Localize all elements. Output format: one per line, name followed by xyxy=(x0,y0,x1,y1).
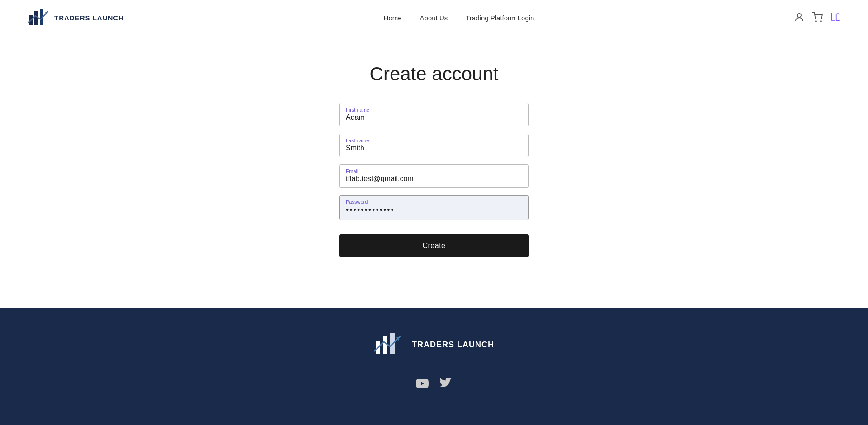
main-nav: Home About Us Trading Platform Login xyxy=(384,14,534,22)
svg-rect-8 xyxy=(383,336,387,354)
footer-logo: TRADERS LAUNCH xyxy=(374,330,494,359)
first-name-input[interactable] xyxy=(346,113,522,121)
email-input[interactable] xyxy=(346,175,522,183)
last-name-label: Last name xyxy=(346,138,522,143)
footer-logo-text: TRADERS LAUNCH xyxy=(412,340,494,350)
nav-about-us[interactable]: About Us xyxy=(420,14,448,22)
last-name-field-wrapper: Last name xyxy=(339,134,529,157)
logo-icon xyxy=(27,6,50,30)
first-name-field-wrapper: First name xyxy=(339,103,529,126)
cart-icon[interactable] xyxy=(812,12,823,24)
footer-logo-icon xyxy=(374,330,406,359)
header-logo-text: TRADERS LAUNCH xyxy=(54,14,124,22)
svg-point-4 xyxy=(797,14,801,17)
svg-rect-1 xyxy=(34,11,38,25)
page-title: Create account xyxy=(370,63,499,85)
twitter-icon xyxy=(439,382,452,392)
brand-lc-icon xyxy=(830,12,841,24)
main-content: Create account First name Last name Emai… xyxy=(0,36,868,308)
password-label: Password xyxy=(346,199,522,205)
header-logo[interactable]: TRADERS LAUNCH xyxy=(27,6,124,30)
email-label: Email xyxy=(346,168,522,174)
svg-point-6 xyxy=(821,21,821,22)
create-button[interactable]: Create xyxy=(339,234,529,257)
nav-home[interactable]: Home xyxy=(384,14,402,22)
email-field-wrapper: Email xyxy=(339,164,529,188)
user-icon[interactable] xyxy=(794,12,805,24)
youtube-icon xyxy=(416,382,429,392)
last-name-input[interactable] xyxy=(346,144,522,152)
header-icons xyxy=(794,12,841,24)
twitter-link[interactable] xyxy=(439,377,452,392)
password-input[interactable] xyxy=(346,205,522,215)
nav-trading-platform-login[interactable]: Trading Platform Login xyxy=(466,14,534,22)
youtube-link[interactable] xyxy=(416,377,429,392)
password-field-wrapper: Password xyxy=(339,195,529,220)
create-account-form: First name Last name Email Password Crea… xyxy=(339,103,529,257)
first-name-label: First name xyxy=(346,107,522,112)
site-header: TRADERS LAUNCH Home About Us Trading Pla… xyxy=(0,0,868,36)
footer-socials xyxy=(416,377,452,392)
svg-point-5 xyxy=(816,21,816,22)
site-footer: TRADERS LAUNCH xyxy=(0,308,868,425)
